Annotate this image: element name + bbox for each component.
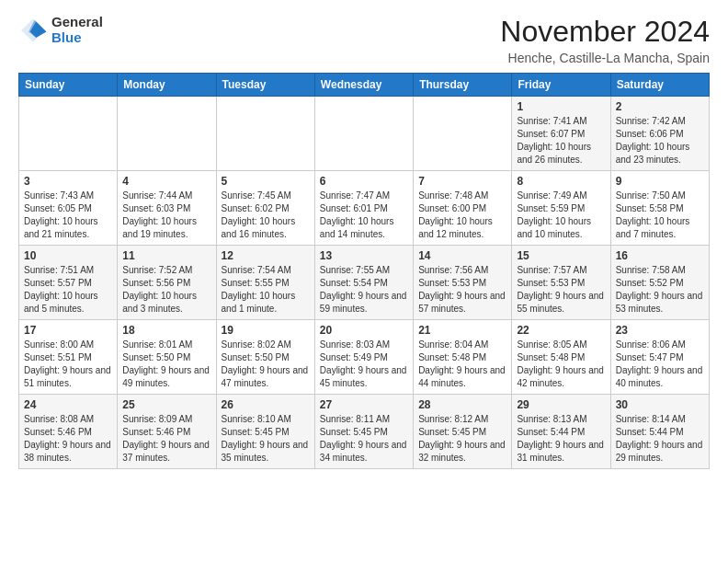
- calendar-week-3: 10Sunrise: 7:51 AM Sunset: 5:57 PM Dayli…: [19, 246, 710, 320]
- calendar-cell: 20Sunrise: 8:03 AM Sunset: 5:49 PM Dayli…: [314, 320, 413, 395]
- day-info: Sunrise: 8:03 AM Sunset: 5:49 PM Dayligh…: [320, 339, 408, 390]
- day-info: Sunrise: 8:00 AM Sunset: 5:51 PM Dayligh…: [24, 339, 112, 390]
- calendar-cell: 21Sunrise: 8:04 AM Sunset: 5:48 PM Dayli…: [414, 320, 512, 395]
- day-number: 12: [222, 249, 310, 262]
- day-info: Sunrise: 7:47 AM Sunset: 6:01 PM Dayligh…: [320, 190, 408, 241]
- calendar-week-2: 3Sunrise: 7:43 AM Sunset: 6:05 PM Daylig…: [19, 171, 710, 246]
- day-number: 26: [222, 398, 310, 411]
- day-info: Sunrise: 8:14 AM Sunset: 5:44 PM Dayligh…: [616, 413, 704, 465]
- day-number: 20: [320, 324, 408, 337]
- day-number: 6: [320, 175, 408, 188]
- day-number: 10: [24, 249, 112, 262]
- calendar-cell: 6Sunrise: 7:47 AM Sunset: 6:01 PM Daylig…: [314, 171, 413, 246]
- calendar-cell: 22Sunrise: 8:05 AM Sunset: 5:48 PM Dayli…: [512, 320, 610, 395]
- day-number: 11: [122, 249, 210, 262]
- calendar-cell: 14Sunrise: 7:56 AM Sunset: 5:53 PM Dayli…: [414, 246, 512, 320]
- calendar-cell: 27Sunrise: 8:11 AM Sunset: 5:45 PM Dayli…: [314, 395, 413, 469]
- day-info: Sunrise: 7:42 AM Sunset: 6:06 PM Dayligh…: [616, 115, 704, 167]
- day-number: 3: [24, 175, 112, 188]
- day-info: Sunrise: 8:02 AM Sunset: 5:50 PM Dayligh…: [222, 339, 310, 390]
- calendar-table: SundayMondayTuesdayWednesdayThursdayFrid…: [18, 73, 710, 469]
- day-info: Sunrise: 8:12 AM Sunset: 5:45 PM Dayligh…: [418, 413, 506, 465]
- calendar-cell: 25Sunrise: 8:09 AM Sunset: 5:46 PM Dayli…: [118, 395, 216, 469]
- calendar-cell: 16Sunrise: 7:58 AM Sunset: 5:52 PM Dayli…: [610, 246, 709, 320]
- calendar-cell: 23Sunrise: 8:06 AM Sunset: 5:47 PM Dayli…: [610, 320, 709, 395]
- day-number: 22: [517, 324, 605, 337]
- calendar-cell: 4Sunrise: 7:44 AM Sunset: 6:03 PM Daylig…: [118, 171, 216, 246]
- calendar-cell: 3Sunrise: 7:43 AM Sunset: 6:05 PM Daylig…: [19, 171, 118, 246]
- day-info: Sunrise: 8:11 AM Sunset: 5:45 PM Dayligh…: [320, 413, 408, 465]
- weekday-header-sunday: Sunday: [19, 74, 118, 97]
- calendar-cell: 2Sunrise: 7:42 AM Sunset: 6:06 PM Daylig…: [610, 97, 709, 171]
- calendar-cell: 15Sunrise: 7:57 AM Sunset: 5:53 PM Dayli…: [512, 246, 610, 320]
- calendar-cell: 17Sunrise: 8:00 AM Sunset: 5:51 PM Dayli…: [19, 320, 118, 395]
- day-info: Sunrise: 8:09 AM Sunset: 5:46 PM Dayligh…: [122, 413, 210, 465]
- calendar-cell: [216, 97, 314, 171]
- header: General Blue November 2024 Henche, Casti…: [18, 15, 710, 65]
- calendar-cell: 11Sunrise: 7:52 AM Sunset: 5:56 PM Dayli…: [118, 246, 216, 320]
- calendar-cell: 5Sunrise: 7:45 AM Sunset: 6:02 PM Daylig…: [216, 171, 314, 246]
- day-number: 27: [320, 398, 408, 411]
- day-info: Sunrise: 7:48 AM Sunset: 6:00 PM Dayligh…: [418, 190, 506, 241]
- calendar-week-4: 17Sunrise: 8:00 AM Sunset: 5:51 PM Dayli…: [19, 320, 710, 395]
- weekday-header-tuesday: Tuesday: [216, 74, 314, 97]
- location-subtitle: Henche, Castille-La Mancha, Spain: [500, 51, 710, 65]
- weekday-header-thursday: Thursday: [414, 74, 512, 97]
- day-number: 4: [122, 175, 210, 188]
- day-number: 2: [616, 100, 704, 113]
- day-info: Sunrise: 7:52 AM Sunset: 5:56 PM Dayligh…: [122, 264, 210, 316]
- calendar-cell: [19, 97, 118, 171]
- calendar-cell: 1Sunrise: 7:41 AM Sunset: 6:07 PM Daylig…: [512, 97, 610, 171]
- calendar-cell: [314, 97, 413, 171]
- calendar-cell: 7Sunrise: 7:48 AM Sunset: 6:00 PM Daylig…: [414, 171, 512, 246]
- calendar-cell: 26Sunrise: 8:10 AM Sunset: 5:45 PM Dayli…: [216, 395, 314, 469]
- day-number: 14: [418, 249, 506, 262]
- day-number: 9: [616, 175, 704, 188]
- day-info: Sunrise: 7:55 AM Sunset: 5:54 PM Dayligh…: [320, 264, 408, 316]
- day-number: 21: [418, 324, 506, 337]
- calendar-week-1: 1Sunrise: 7:41 AM Sunset: 6:07 PM Daylig…: [19, 97, 710, 171]
- day-number: 8: [517, 175, 605, 188]
- day-number: 24: [24, 398, 112, 411]
- calendar-cell: 12Sunrise: 7:54 AM Sunset: 5:55 PM Dayli…: [216, 246, 314, 320]
- calendar-cell: 29Sunrise: 8:13 AM Sunset: 5:44 PM Dayli…: [512, 395, 610, 469]
- calendar-cell: 8Sunrise: 7:49 AM Sunset: 5:59 PM Daylig…: [512, 171, 610, 246]
- day-info: Sunrise: 7:44 AM Sunset: 6:03 PM Dayligh…: [122, 190, 210, 241]
- day-info: Sunrise: 7:41 AM Sunset: 6:07 PM Dayligh…: [517, 115, 605, 167]
- day-info: Sunrise: 7:51 AM Sunset: 5:57 PM Dayligh…: [24, 264, 112, 316]
- day-info: Sunrise: 8:05 AM Sunset: 5:48 PM Dayligh…: [517, 339, 605, 390]
- calendar-cell: 10Sunrise: 7:51 AM Sunset: 5:57 PM Dayli…: [19, 246, 118, 320]
- day-number: 25: [122, 398, 210, 411]
- month-title: November 2024: [500, 15, 710, 49]
- day-info: Sunrise: 8:01 AM Sunset: 5:50 PM Dayligh…: [122, 339, 210, 390]
- title-area: November 2024 Henche, Castille-La Mancha…: [500, 15, 710, 65]
- day-number: 16: [616, 249, 704, 262]
- day-info: Sunrise: 8:10 AM Sunset: 5:45 PM Dayligh…: [222, 413, 310, 465]
- day-number: 23: [616, 324, 704, 337]
- day-number: 13: [320, 249, 408, 262]
- calendar-week-5: 24Sunrise: 8:08 AM Sunset: 5:46 PM Dayli…: [19, 395, 710, 469]
- day-info: Sunrise: 8:08 AM Sunset: 5:46 PM Dayligh…: [24, 413, 112, 465]
- day-number: 5: [222, 175, 310, 188]
- calendar-cell: 19Sunrise: 8:02 AM Sunset: 5:50 PM Dayli…: [216, 320, 314, 395]
- day-info: Sunrise: 7:50 AM Sunset: 5:58 PM Dayligh…: [616, 190, 704, 241]
- day-info: Sunrise: 7:43 AM Sunset: 6:05 PM Dayligh…: [24, 190, 112, 241]
- calendar-cell: 13Sunrise: 7:55 AM Sunset: 5:54 PM Dayli…: [314, 246, 413, 320]
- day-info: Sunrise: 7:58 AM Sunset: 5:52 PM Dayligh…: [616, 264, 704, 316]
- day-info: Sunrise: 7:54 AM Sunset: 5:55 PM Dayligh…: [222, 264, 310, 316]
- day-number: 28: [418, 398, 506, 411]
- day-number: 29: [517, 398, 605, 411]
- day-number: 17: [24, 324, 112, 337]
- calendar-cell: 28Sunrise: 8:12 AM Sunset: 5:45 PM Dayli…: [414, 395, 512, 469]
- calendar-cell: 18Sunrise: 8:01 AM Sunset: 5:50 PM Dayli…: [118, 320, 216, 395]
- weekday-header-wednesday: Wednesday: [314, 74, 413, 97]
- logo-icon: [18, 16, 48, 45]
- logo-text: General Blue: [51, 15, 103, 45]
- calendar-cell: [414, 97, 512, 171]
- day-info: Sunrise: 8:13 AM Sunset: 5:44 PM Dayligh…: [517, 413, 605, 465]
- day-info: Sunrise: 7:45 AM Sunset: 6:02 PM Dayligh…: [222, 190, 310, 241]
- day-number: 7: [418, 175, 506, 188]
- weekday-header-saturday: Saturday: [610, 74, 709, 97]
- day-info: Sunrise: 7:57 AM Sunset: 5:53 PM Dayligh…: [517, 264, 605, 316]
- day-number: 15: [517, 249, 605, 262]
